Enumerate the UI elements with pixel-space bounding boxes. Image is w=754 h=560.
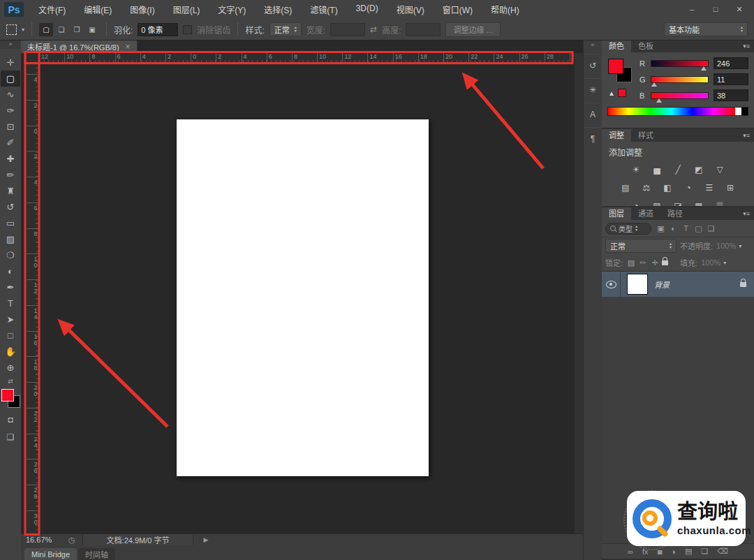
history-panel-icon[interactable]: ↺ [585,54,600,74]
document-tab[interactable]: 未标题-1 @ 16.7%(RGB/8) × [21,40,138,53]
move-tool[interactable]: ✛ [1,54,20,71]
antialias-checkbox[interactable] [183,25,192,34]
feather-input[interactable]: 0 像素 [138,23,178,36]
lock-all-icon[interactable] [662,260,668,265]
blur-tool[interactable]: ❍ [1,247,20,263]
panel-menu-icon[interactable]: ▾≡ [743,43,754,50]
delete-layer-icon[interactable]: ⌫ [717,547,728,556]
lasso-tool[interactable]: ∿ [1,87,20,103]
channel-mixer-icon[interactable]: ☰ [702,182,716,194]
tab-swatches[interactable]: 色板 [631,40,660,52]
filter-type-layers-icon[interactable]: T [680,224,692,233]
ruler-origin-corner[interactable] [25,53,40,64]
selective-color-icon[interactable]: ▩ [692,200,706,206]
add-to-selection-mode-button[interactable]: ❏ [54,23,68,36]
channel-value-input[interactable]: 11 [714,73,748,85]
channel-slider-track[interactable] [651,60,709,67]
type-tool[interactable]: T [1,295,20,311]
lock-pixels-icon[interactable]: ✏ [638,258,648,267]
threshold-icon[interactable]: ◪ [671,200,685,206]
foreground-color-swatch[interactable] [1,389,14,401]
gamut-warning-icon[interactable]: ▲ [608,89,615,97]
minimize-button[interactable]: – [680,5,704,14]
tab-layers[interactable]: 图层 [602,207,631,220]
new-group-icon[interactable]: ▤ [685,547,692,556]
gradient-tool[interactable]: ▨ [1,231,20,247]
menu-item[interactable]: 窗口(W) [434,3,482,15]
close-button[interactable]: ✕ [727,5,751,14]
vertical-scrollbar[interactable] [574,53,584,534]
dodge-tool[interactable]: ◐ [1,263,20,279]
tab-channels[interactable]: 通道 [631,207,660,220]
lock-position-icon[interactable]: ✛ [650,258,660,267]
paragraph-panel-icon[interactable]: ¶ [585,127,600,147]
menu-item[interactable]: 编辑(E) [75,3,121,15]
workspace-select[interactable]: 基本功能 ▴▾ [664,22,748,36]
menu-item[interactable]: 滤镜(T) [301,3,346,15]
curves-icon[interactable]: ╱ [671,163,685,176]
channel-value-input[interactable]: 246 [714,57,748,69]
color-spectrum-ramp[interactable] [607,107,748,116]
quick-selection-tool[interactable]: ✑ [1,103,20,119]
spot-healing-brush-tool[interactable]: ✚ [1,151,20,167]
menu-item[interactable]: 视图(V) [387,3,434,15]
gradient-map-icon[interactable]: ▒ [713,200,727,206]
properties-panel-icon[interactable]: ✳ [585,78,600,98]
fill-value[interactable]: 100% ▾ [701,258,726,267]
menu-item[interactable]: 图层(L) [164,3,209,15]
channel-slider-thumb[interactable] [701,66,707,71]
screen-mode-button[interactable]: ❏ [1,429,20,445]
character-panel-icon[interactable]: A [585,103,600,123]
swap-colors-icon[interactable]: ⇄ [8,378,13,387]
panel-menu-icon[interactable]: ▾≡ [743,210,754,217]
menu-item[interactable]: 帮助(H) [482,3,528,15]
menu-item[interactable]: 选择(S) [255,3,301,15]
tab-styles[interactable]: 样式 [631,129,660,142]
eraser-tool[interactable]: ▭ [1,215,20,231]
tab-mini-bridge[interactable]: Mini Bridge [24,548,77,560]
filter-adjustment-layers-icon[interactable]: ◐ [667,224,679,233]
zoom-level-field[interactable]: 16.67% [21,536,67,544]
channel-slider-track[interactable] [651,92,709,99]
collapse-tools-icon[interactable]: » [0,40,21,49]
new-adjustment-layer-icon[interactable]: ◑ [671,547,676,556]
black-white-icon[interactable]: ◧ [660,182,674,194]
color-balance-icon[interactable]: ⚖ [640,182,653,194]
status-expand-icon[interactable]: ▶ [203,536,208,543]
visibility-toggle[interactable] [602,272,621,297]
photo-filter-icon[interactable]: ◔ [681,182,695,194]
menu-item[interactable]: 文字(Y) [209,3,255,15]
layer-name[interactable]: 背景 [654,279,740,290]
tab-adjustments[interactable]: 调整 [602,129,631,142]
refine-edge-button[interactable]: 调整边缘 ... [445,22,500,37]
document-canvas[interactable] [177,119,429,476]
path-selection-tool[interactable]: ➤ [1,311,20,327]
levels-icon[interactable]: ▅ [650,163,664,176]
history-brush-tool[interactable]: ↺ [1,199,20,215]
tab-timeline[interactable]: 时间轴 [78,548,115,560]
brush-tool[interactable]: ✏ [1,167,20,183]
channel-slider-track[interactable] [651,76,709,83]
quick-mask-button[interactable]: ◘ [1,412,20,427]
brightness-contrast-icon[interactable]: ☀ [629,163,643,176]
pen-tool[interactable]: ✒ [1,279,20,295]
subtract-from-selection-mode-button[interactable]: ❐ [70,23,84,36]
tool-preset-icon[interactable] [6,24,17,35]
filter-smart-objects-icon[interactable]: ❏ [705,224,717,233]
intersect-selection-mode-button[interactable]: ▣ [85,23,99,36]
height-input[interactable] [406,23,441,36]
style-select[interactable]: 正常 ▴▾ [269,22,302,36]
layer-thumbnail[interactable] [627,274,648,295]
close-document-icon[interactable]: × [126,42,131,52]
spectrum-white-swatch[interactable] [735,108,741,115]
opacity-value[interactable]: 100% ▾ [716,242,741,250]
spectrum-black-swatch[interactable] [741,108,748,115]
blend-mode-select[interactable]: 正常 ▴▾ [605,239,677,253]
eyedropper-tool[interactable]: ✐ [1,135,20,151]
canvas-area[interactable]: 1210864202468101214161820222426283032 42… [21,53,584,534]
lock-transparency-icon[interactable]: ▨ [626,258,636,267]
invert-icon[interactable]: ◑ [629,200,643,206]
menu-item[interactable]: 文件(F) [29,3,75,15]
new-layer-icon[interactable]: ❏ [701,547,708,556]
maximize-button[interactable]: □ [704,5,727,14]
